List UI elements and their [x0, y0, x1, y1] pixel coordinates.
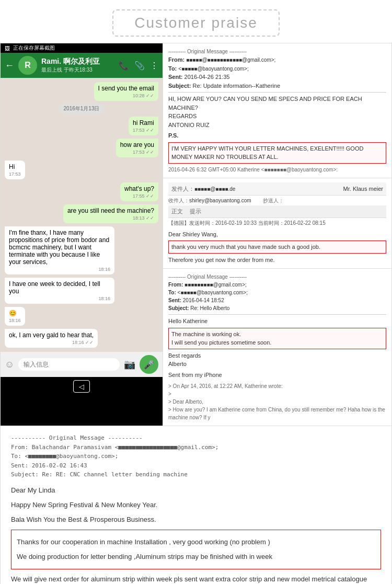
message-6: what's up? 17:55 ✓✓: [120, 182, 158, 201]
name3: Alberto: [168, 360, 386, 369]
email-block-3: ---------- Original Message ---------- F…: [163, 269, 391, 426]
email-body2b: Therefore you get now the order from me.: [168, 256, 386, 265]
regards: Best regards: [168, 351, 386, 360]
header-border: Customer praise: [112, 9, 279, 37]
email-date-line: 【德国】发送时间：2016-02-19 10:33 当前时间：2016-02-2…: [168, 218, 386, 228]
messages-body: I send you the email 10:28 ✓✓ 2016年1月13日…: [1, 78, 163, 352]
email-sent: Sent: 2016-04-26 21:35: [168, 73, 386, 82]
para1: Happy New Spring Festival & New Monkey Y…: [11, 499, 381, 511]
mic-button[interactable]: 🎤: [140, 355, 158, 374]
email-subject: Subject: Re: Update information--Katheri…: [168, 82, 386, 90]
bottom-highlight-box: Thanks for our cooperation in machine In…: [11, 530, 381, 569]
contact-name: Rami. 啊尔及利亚: [41, 57, 114, 66]
message-5: Hi 17:53: [5, 161, 25, 179]
page-header: Customer praise: [0, 0, 392, 43]
header-icons: 📞 📎 ⋮: [119, 61, 158, 71]
message-7: are you still need the machine? 18:13 ✓✓: [63, 204, 158, 223]
email-body2: REGARDS: [168, 112, 386, 121]
top-split-section: 🖼 正在保存屏幕截图 ← R Rami. 啊尔及利亚 最后上线 于昨天18:33…: [0, 43, 392, 426]
email-reply-line: 2016-04-26 6:32 GMT+05:00 Katherine <■■■…: [168, 166, 386, 174]
message-input[interactable]: [18, 358, 120, 371]
highlight2: We doing production for letter bending ,…: [17, 551, 375, 563]
bottom-orig-header: ---------- Original Message ---------- F…: [11, 433, 381, 479]
contact-info: Rami. 啊尔及利亚 最后上线 于昨天18:33: [41, 57, 114, 74]
screenshot-notice: 🖼 正在保存屏幕截图: [1, 43, 163, 53]
email-ps-label: P.S.: [168, 131, 386, 140]
message-4-how-are-you: how are you 17:53 ✓✓: [116, 139, 158, 157]
menu-icon[interactable]: ⋮: [150, 61, 158, 71]
page-title: Customer praise: [134, 15, 257, 31]
email-greeting2: Dear Shirley Wang,: [168, 230, 386, 239]
avatar: R: [18, 56, 37, 75]
back-arrow-icon[interactable]: ←: [5, 60, 14, 71]
screenshot-text: 正在保存屏幕截图: [13, 44, 55, 52]
email-to: To: <■■■■■@baoyuantong.com>;: [168, 64, 386, 73]
message-8: I'm fine thanx, I have many propositions…: [5, 226, 114, 274]
greeting-bottom: Dear My Linda: [11, 485, 381, 496]
avatar-letter: R: [25, 61, 31, 70]
attachment-icon[interactable]: 📎: [134, 61, 145, 71]
message-10: 😊 18:16: [5, 307, 25, 326]
email-highlight2: thank you very much that you have made s…: [168, 241, 386, 254]
nav-back-button[interactable]: ◁: [73, 380, 90, 393]
message-3: hi Rami 17:53 ✓✓: [129, 117, 158, 135]
whatsapp-panel: 🖼 正在保存屏幕截图 ← R Rami. 啊尔及利亚 最后上线 于昨天18:33…: [1, 43, 163, 426]
message-1: I send you the email 10:28 ✓✓: [94, 82, 158, 101]
camera-icon[interactable]: 📷: [124, 359, 135, 370]
email-from: From: ■■■■■@■■■■■■■■■■■@gmail.com>;: [168, 55, 386, 64]
phone-icon[interactable]: 📞: [119, 61, 129, 71]
message-9: I have one week to decided, I tell you 1…: [5, 278, 114, 304]
para3: We will give next order for aluminum str…: [11, 574, 381, 584]
email-hint-bar: 正文 提示: [168, 205, 386, 218]
bottom-email-section: ---------- Original Message ---------- F…: [0, 426, 392, 584]
image-icon: 🖼: [5, 45, 10, 51]
email-block-1: ---------- Original Message ---------- F…: [163, 43, 391, 178]
orig-msg-label: ---------- Original Message ----------: [168, 48, 386, 55]
email-block-2: 发件人：■■■■■@■■■■.de Mr. Klaus meier 收件人：sh…: [163, 178, 391, 269]
email-body1: HI, HOW ARE YOU? CAN YOU SEND ME SPECS A…: [168, 95, 386, 112]
para2: Bala Wish You the Best & Prosperous Busi…: [11, 514, 381, 525]
highlight1: Thanks for our cooperation in machine In…: [17, 536, 375, 548]
emoji-icon[interactable]: ☺: [5, 359, 14, 370]
input-bar: ☺ 📷 🎤: [1, 352, 163, 377]
email-ps-highlight: I'M VERY HAPPY WITH YOUR LETTER MACHINES…: [168, 142, 386, 164]
nav-bar: ◁: [1, 377, 163, 396]
email-panel: ---------- Original Message ---------- F…: [163, 43, 391, 426]
date-badge: 2016年1月13日: [59, 104, 105, 113]
email-chinese-header: 发件人：■■■■■@■■■■.de Mr. Klaus meier: [168, 182, 386, 196]
message-11: ok, I am very gald to hear that, 18:16 ✓…: [5, 329, 98, 348]
email-body3: ANTONIO RUIZ: [168, 121, 386, 130]
email-block3-highlight: The machine is working ok. I will send y…: [168, 328, 386, 349]
contact-status: 最后上线 于昨天18:33: [41, 66, 114, 74]
orig-msg-label3: ---------- Original Message ----------: [168, 273, 386, 281]
email-greeting3: Hello Katherine: [168, 317, 386, 326]
whatsapp-header: ← R Rami. 啊尔及利亚 最后上线 于昨天18:33 📞 📎 ⋮: [1, 53, 163, 78]
